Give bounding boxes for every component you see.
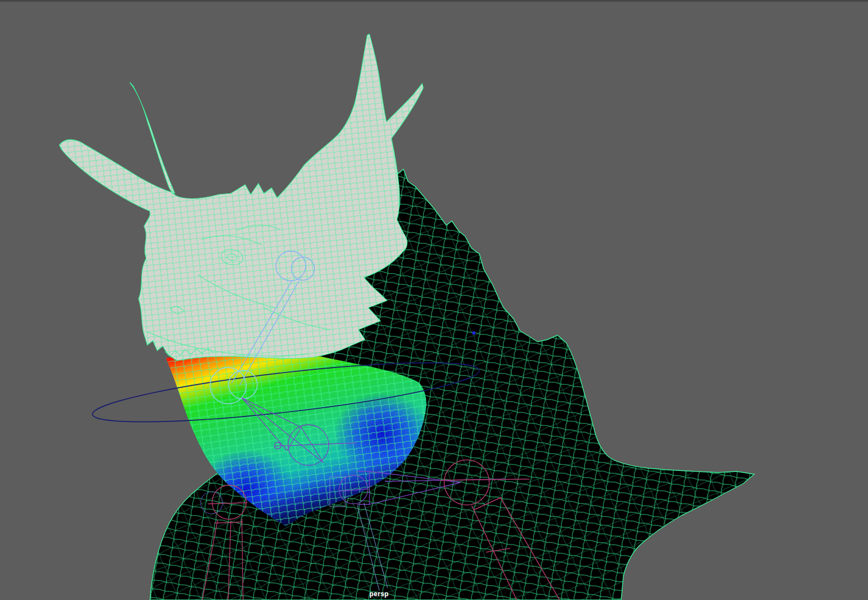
camera-label-group: persp persp <box>369 590 389 598</box>
camera-label: persp <box>369 590 389 598</box>
blue-vertex-dot[interactable] <box>472 331 476 335</box>
viewport-top-border <box>0 0 868 2</box>
viewport-3d-canvas[interactable]: persp persp <box>0 0 868 600</box>
maya-viewport[interactable]: persp persp <box>0 0 868 600</box>
